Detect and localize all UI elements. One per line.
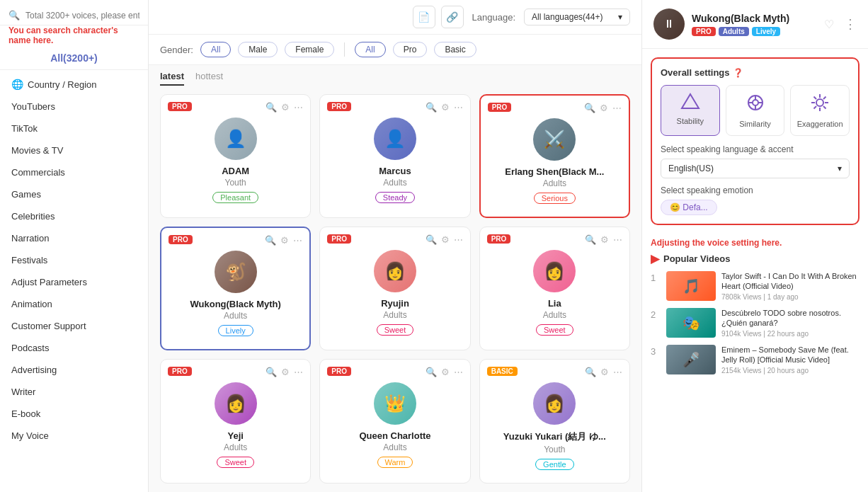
gear-icon[interactable]: ⚙	[441, 234, 450, 245]
video-meta-3: 2154k Views | 20 hours ago	[721, 367, 860, 374]
search-icon[interactable]: 🔍	[585, 234, 596, 245]
card-age-marcus: Adults	[329, 178, 461, 188]
svg-line-12	[814, 97, 817, 100]
tier-basic-button[interactable]: Basic	[434, 42, 476, 57]
more-icon[interactable]: ⋯	[294, 367, 303, 377]
gear-icon[interactable]: ⚙	[600, 234, 609, 245]
tier-all-button[interactable]: All	[355, 42, 385, 57]
similarity-card[interactable]: Similarity	[726, 85, 785, 136]
video-item-3[interactable]: 3 🎤 Eminem – Somebody Save Me (feat. Jel…	[651, 345, 860, 374]
sidebar-item-my-voice[interactable]: My Voice	[0, 425, 148, 447]
gear-icon[interactable]: ⚙	[281, 102, 290, 113]
voice-card-adam[interactable]: PRO 🔍 ⚙ ⋯ 👤 ADAM Youth Pleasant	[160, 94, 311, 218]
avatar-adam: 👤	[215, 118, 257, 160]
gear-icon[interactable]: ⚙	[600, 367, 609, 377]
link-icon-button[interactable]: 🔗	[441, 6, 464, 28]
tier-pro-button[interactable]: Pro	[393, 42, 428, 57]
sidebar-item-label: Celebrities	[11, 211, 55, 222]
search-input[interactable]	[25, 11, 139, 21]
sidebar-item-tiktok[interactable]: TikTok	[0, 118, 148, 139]
sidebar-item-games[interactable]: Games	[0, 183, 148, 205]
gender-filter-label: Gender:	[160, 45, 193, 55]
lang-dropdown[interactable]: English(US) ▾	[661, 159, 850, 178]
sidebar-item-advertising[interactable]: Advertising	[0, 359, 148, 381]
tag-adults: Adults	[719, 27, 749, 36]
sidebar-item-adjust-params[interactable]: Adjust Parameters	[0, 271, 148, 293]
gear-icon[interactable]: ⚙	[600, 103, 608, 113]
voice-card-yeji[interactable]: PRO 🔍 ⚙ ⋯ 👩 Yeji Adults Sweet	[160, 359, 311, 484]
sidebar-item-animation[interactable]: Animation	[0, 293, 148, 315]
toolbar: 📄 🔗 Language: All languages(44+) ▾	[149, 0, 641, 35]
stability-card[interactable]: Stability	[661, 85, 720, 136]
card-name-queen-charlotte: Queen Charlotte	[329, 430, 461, 441]
exaggeration-card[interactable]: Exaggeration	[790, 85, 850, 136]
voice-card-erlang[interactable]: PRO 🔍 ⚙ ⋯ ⚔️ Erlang Shen(Black M... Adul…	[479, 94, 630, 218]
sidebar-item-customer-support[interactable]: Customer Support	[0, 315, 148, 337]
more-icon[interactable]: ⋯	[293, 235, 302, 246]
document-icon-button[interactable]: 📄	[413, 6, 435, 28]
voice-card-yuzuki[interactable]: BASIC 🔍 ⚙ ⋯ 👩 Yuzuki Yukari (結月 ゆ... You…	[479, 359, 630, 484]
more-icon[interactable]: ⋯	[613, 367, 622, 377]
more-options-icon[interactable]: ⋮	[844, 16, 857, 32]
all-voices-button[interactable]: All(3200+)	[0, 50, 148, 67]
gear-icon[interactable]: ⚙	[280, 235, 289, 246]
more-icon[interactable]: ⋯	[454, 367, 463, 377]
video-item-1[interactable]: 1 🎵 Taylor Swift - I Can Do It With A Br…	[651, 271, 860, 301]
voice-card-wukong[interactable]: PRO 🔍 ⚙ ⋯ 🐒 Wukong(Black Myth) Adults Li…	[160, 227, 311, 350]
card-actions-yuzuki: 🔍 ⚙ ⋯	[585, 367, 622, 377]
language-label: Language:	[472, 12, 515, 23]
sidebar-item-writer[interactable]: Writer	[0, 381, 148, 403]
search-icon[interactable]: 🔍	[426, 234, 437, 245]
more-icon[interactable]: ⋯	[454, 102, 463, 113]
card-tag-queen-charlotte: Warm	[377, 457, 413, 468]
sidebar-item-movies-tv[interactable]: Movies & TV	[0, 139, 148, 161]
sidebar-item-festivals[interactable]: Festivals	[0, 249, 148, 271]
sidebar-item-podcasts[interactable]: Podcasts	[0, 337, 148, 359]
search-icon[interactable]: 🔍	[585, 367, 596, 377]
search-icon[interactable]: 🔍	[426, 367, 437, 377]
gear-icon[interactable]: ⚙	[441, 367, 450, 377]
sidebar-item-celebrities[interactable]: Celebrities	[0, 205, 148, 227]
search-icon[interactable]: 🔍	[265, 102, 277, 113]
search-icon[interactable]: 🔍	[426, 102, 437, 113]
voice-card-queen-charlotte[interactable]: PRO 🔍 ⚙ ⋯ 👑 Queen Charlotte Adults Warm	[319, 359, 470, 484]
search-icon[interactable]: 🔍	[584, 103, 595, 113]
search-icon[interactable]: 🔍	[265, 367, 277, 377]
search-bar[interactable]: 🔍	[0, 6, 148, 25]
tab-hottest[interactable]: hottest	[195, 71, 223, 86]
play-overlay[interactable]: ⏸	[653, 8, 685, 40]
card-age-lia: Adults	[489, 310, 621, 320]
voice-card-marcus[interactable]: PRO 🔍 ⚙ ⋯ 👤 Marcus Adults Steady	[319, 94, 470, 218]
sidebar-item-label: E-book	[11, 408, 40, 419]
gear-icon[interactable]: ⚙	[441, 102, 450, 113]
sidebar-item-youtubers[interactable]: YouTubers	[0, 96, 148, 118]
more-icon[interactable]: ⋯	[612, 103, 622, 113]
sidebar-item-commercials[interactable]: Commercials	[0, 161, 148, 183]
popular-section: ▶ Popular Videos 1 🎵 Taylor Swift - I Ca…	[642, 252, 868, 390]
card-tag-yuzuki: Gentle	[535, 459, 573, 470]
more-icon[interactable]: ⋯	[294, 102, 303, 113]
voice-card-lia[interactable]: PRO 🔍 ⚙ ⋯ 👩 Lia Adults Sweet	[479, 227, 630, 350]
video-item-2[interactable]: 2 🎭 Descúbrelo TODO sobre nosotros. ¿Qui…	[651, 308, 860, 338]
sidebar-item-country-region[interactable]: 🌐 Country / Region	[0, 73, 148, 96]
sidebar-item-label: Writer	[11, 387, 35, 397]
search-icon[interactable]: 🔍	[265, 235, 276, 246]
gender-all-button[interactable]: All	[200, 42, 231, 57]
more-icon[interactable]: ⋯	[454, 234, 463, 245]
overall-settings-label: Overall settings	[661, 67, 730, 78]
help-icon[interactable]: ❓	[733, 68, 743, 78]
avatar-erlang: ⚔️	[533, 118, 576, 161]
gear-icon[interactable]: ⚙	[281, 367, 290, 377]
tab-latest[interactable]: latest	[160, 71, 184, 86]
sidebar-item-e-book[interactable]: E-book	[0, 403, 148, 425]
favorite-icon[interactable]: ♡	[824, 18, 834, 31]
gender-male-button[interactable]: Male	[238, 42, 278, 57]
sidebar-item-label: Animation	[11, 299, 52, 309]
card-tag-lia: Sweet	[536, 324, 573, 336]
more-icon[interactable]: ⋯	[613, 234, 622, 245]
language-dropdown[interactable]: All languages(44+) ▾	[524, 8, 630, 25]
gender-female-button[interactable]: Female	[285, 42, 334, 57]
voice-card-ryujin[interactable]: PRO 🔍 ⚙ ⋯ 👩 Ryujin Adults Sweet	[319, 227, 470, 350]
sidebar-item-narration[interactable]: Narration	[0, 227, 148, 249]
emotion-button[interactable]: 😊 Defa...	[661, 200, 717, 215]
